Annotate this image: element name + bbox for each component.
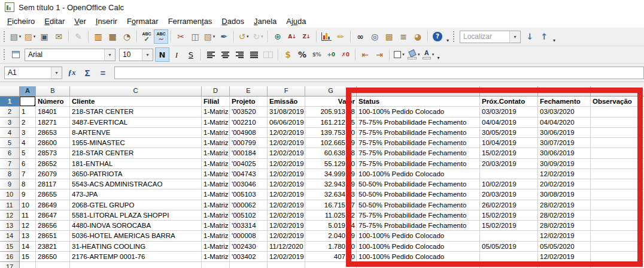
cell-I9[interactable]: 10/02/2019 [480,179,538,189]
cell-H7[interactable]: 75-75% Probabilidade Fechamento [357,159,480,169]
cell-A7[interactable]: 6 [20,159,36,169]
cell-G8[interactable]: 34.999,19 [305,169,357,179]
cell-J9[interactable]: 20/02/2019 [538,179,591,189]
cell-C8[interactable]: 3650-PATRIOTA [70,169,202,179]
cell-C17[interactable] [70,262,202,268]
cell-K15[interactable] [591,242,644,252]
row-header-1[interactable]: 1 [0,97,20,107]
cell-J10[interactable]: 30/08/2019 [538,189,591,200]
data-sources-button[interactable]: ≡ [396,29,411,44]
undo-button[interactable]: ↺▾ [236,29,251,44]
chevron-down-icon[interactable]: ▾ [104,49,115,61]
chevron-down-icon[interactable]: ▾ [509,31,520,43]
cell-D11[interactable]: 1-Matriz [202,200,230,210]
cell-K17[interactable] [591,262,644,268]
cell-J11[interactable]: 28/02/2019 [538,200,591,210]
column-header-E[interactable]: E [230,86,268,97]
cell-K11[interactable] [591,200,644,210]
cell-E7[interactable]: '004025 [230,159,268,169]
italic-button[interactable]: I [169,47,184,62]
cell-J16[interactable]: 12/02/2019 [538,252,591,262]
row-header-3[interactable]: 3 [0,118,20,128]
dropdown-arrow-icon[interactable]: ▾ [261,34,263,39]
cell-B3[interactable]: 18271 [36,118,70,128]
cell-G15[interactable]: 1.780,10 [305,242,357,252]
cell-K16[interactable] [591,252,644,262]
cell-B2[interactable]: 18401 [36,107,70,117]
cell-C11[interactable]: 2068-GTEL GRUPO [70,200,202,210]
cell-I8[interactable] [480,169,538,179]
column-header-I[interactable]: I [480,86,538,97]
cell-E9[interactable]: '003046 [230,179,268,189]
cell-E12[interactable]: '005102 [230,210,268,221]
row-header-17[interactable]: 17 [0,262,20,268]
dropdown-arrow-icon[interactable]: ▾ [247,34,249,39]
column-header-A[interactable]: A [20,86,36,97]
cell-A9[interactable]: 8 [20,179,36,189]
formula-button[interactable]: = [95,65,111,80]
row-header-15[interactable]: 15 [0,242,20,252]
column-header-B[interactable]: B [36,86,70,97]
edit-file-button[interactable]: ✎ [71,29,86,44]
cell-H5[interactable]: 75-75% Probabilidade Fechamento [357,138,480,148]
cell-H15[interactable]: 100-100% Pedido Colocado [357,242,480,252]
open-button[interactable]: ▨▾ [23,29,37,44]
find-toolbar-overflow[interactable]: ▾ [553,38,555,43]
cell-B14[interactable]: 28651 [36,231,70,241]
cell-E8[interactable]: '004743 [230,169,268,179]
cell-C6[interactable]: 218-STAR CENTER [70,148,202,158]
cell-H9[interactable]: 50-50% Probabilidade Fechamento [357,179,480,189]
cell-B11[interactable]: 28649 [36,200,70,210]
cell-B6[interactable]: 28573 [36,148,70,158]
cell-D6[interactable]: 1-Matriz [202,148,230,158]
cell-A13[interactable]: 12 [20,221,36,231]
cell-F14[interactable]: 12/02/2019 [268,231,305,241]
cell-I5[interactable]: 10/04/2019 [480,138,538,148]
menu-ver[interactable]: Ver [69,16,91,27]
cell-H4[interactable]: 75-75% Probabilidade Fechamento [357,128,480,138]
cell-I4[interactable]: 30/05/2019 [480,128,538,138]
cell-F12[interactable]: 12/02/2019 [268,210,305,221]
cell-G14[interactable]: 2.040,19 [305,231,357,241]
cut-button[interactable]: ✂ [174,29,188,44]
cell-I15[interactable]: 05/05/2019 [480,242,538,252]
chevron-down-icon[interactable]: ▾ [51,67,62,79]
column-header-G[interactable]: G [305,86,357,97]
menu-dados[interactable]: Dados [217,16,249,27]
menu-ajuda[interactable]: Ajuda [281,16,311,27]
decrease-indent-button[interactable]: ⇤ [358,47,372,62]
cell-H2[interactable]: 100-100% Pedido Colocado [357,107,480,117]
cell-E14[interactable]: '000008 [230,231,268,241]
cell-G13[interactable]: 5.019,14 [305,221,357,231]
cell-F4[interactable]: 12/02/2019 [268,128,305,138]
formatting-toolbar-overflow[interactable]: ▾ [438,55,440,61]
cell-D14[interactable]: 1-Matriz [202,231,230,241]
row-header-12[interactable]: 12 [0,210,20,221]
cell-F3[interactable]: 06/06/2019 [268,118,305,128]
cell-E1[interactable]: Projeto [230,97,268,107]
font-color-button[interactable]: ▾ [421,47,436,62]
borders-button[interactable]: ▾ [392,47,406,62]
cell-G4[interactable]: 139.753,10 [305,128,357,138]
cell-B10[interactable]: 28655 [36,189,70,200]
cell-C13[interactable]: 4480-INOVA SOROCABA [70,221,202,231]
cell-I6[interactable]: 15/02/2019 [480,148,538,158]
cell-E11[interactable]: '000062 [230,200,268,210]
underline-button[interactable]: S [184,47,198,62]
cell-C5[interactable]: 1955-MINASTEC [70,138,202,148]
cell-A2[interactable]: 1 [20,107,36,117]
column-header-F[interactable]: F [268,86,305,97]
cell-F7[interactable]: 12/02/2019 [268,159,305,169]
cell-A5[interactable]: 4 [20,138,36,148]
cell-J5[interactable]: 30/07/2019 [538,138,591,148]
cell-A6[interactable]: 5 [20,148,36,158]
cell-C1[interactable]: Cliente [70,97,202,107]
cell-D9[interactable]: 1-Matriz [202,179,230,189]
cell-D4[interactable]: 1-Matriz [202,128,230,138]
find-next-button[interactable]: ↓ [523,29,537,44]
cell-B16[interactable]: 28650 [36,252,70,262]
toolbar-grip[interactable] [3,31,6,43]
cell-C4[interactable]: 8-ARTENVE [70,128,202,138]
align-left-button[interactable] [203,47,218,62]
cell-K3[interactable] [591,118,644,128]
